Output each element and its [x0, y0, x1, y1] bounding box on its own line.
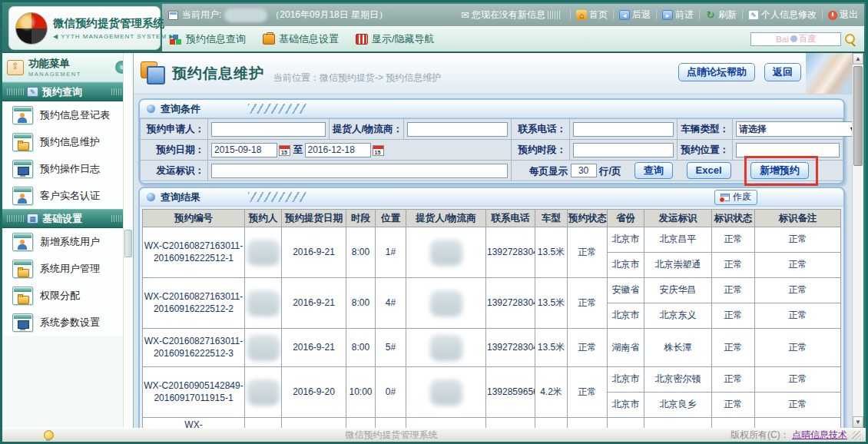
province-cell: 北京市: [608, 393, 644, 418]
nav-item-home[interactable]: ⌂首页: [576, 8, 608, 22]
timeslot-input[interactable]: [573, 143, 674, 157]
province-cell: 北京市: [608, 303, 644, 329]
sidebar-item-label: 客户实名认证: [40, 189, 100, 203]
void-label: 作废: [733, 191, 751, 204]
table-header-row: 预约编号预约人预约提货日期时段位置提货人/物流商联系电话车型预约状态省份发运标识…: [143, 210, 841, 227]
nav-item-edit[interactable]: ✎个人信息修改: [748, 8, 817, 22]
window-person-icon: [12, 233, 33, 251]
scroll-up-arrow[interactable]: ▲: [853, 53, 863, 65]
date-to-input[interactable]: [305, 143, 371, 157]
applicant-cell: [245, 227, 282, 278]
nav-item-refresh[interactable]: ↻刷新: [705, 8, 737, 22]
sidebar-section-0[interactable]: ✎预约查询: [2, 82, 133, 101]
sidebar-item[interactable]: 预约信息维护: [2, 128, 133, 155]
logo-panel: 微信预约提货管理系统 ◀ YYTH MANAGEMENT SYSTEM ▶: [8, 6, 161, 50]
forum-help-button[interactable]: 点睛论坛帮助: [678, 63, 755, 81]
nav-label: 个人信息修改: [761, 8, 817, 22]
header: 当前用户: （2016年09月18日 星期日） ✉ 您现在没有新信息 ⌂首页◂后…: [2, 2, 866, 53]
time-slot-cell: 8:00: [346, 227, 376, 278]
calendar-icon-from[interactable]: [279, 145, 290, 156]
phone-cell: [486, 418, 535, 429]
baidu-search-input[interactable]: Bai 百度: [750, 32, 841, 46]
footer: 微信预约提货管理系统 版权所有(C)： 点晴信息技术: [2, 428, 866, 442]
nav-separator: [570, 10, 571, 20]
search-button[interactable]: 查询: [634, 162, 673, 179]
window-folder-icon: [12, 133, 33, 151]
time-slot-cell: 8:00: [346, 329, 376, 367]
toolbar-item-toolbox[interactable]: 基础信息设置: [263, 32, 339, 46]
mark-note-cell: 正常: [755, 253, 841, 278]
consignee-label: 提货人/物流商：: [330, 119, 404, 140]
column-header: 标识备注: [755, 210, 841, 227]
window-person-icon: [12, 187, 33, 205]
vendor-link[interactable]: 点晴信息技术: [792, 429, 847, 440]
applicant-cell: [245, 367, 282, 418]
void-button[interactable]: 作废: [714, 190, 757, 205]
return-button[interactable]: 返回: [764, 63, 801, 81]
position-input[interactable]: [736, 143, 840, 157]
province-cell: 湖南省: [608, 329, 644, 367]
mark-status-cell: 正常: [712, 227, 755, 253]
top-nav: ⌂首页◂后退▸前进↻刷新✎个人信息修改退出: [565, 8, 858, 22]
search-icon[interactable]: [844, 33, 856, 45]
window-folder-icon: [12, 287, 33, 305]
redacted-blob: [430, 379, 462, 406]
mark-status-cell: 正常: [712, 329, 755, 367]
sidebar-item[interactable]: 权限分配: [2, 282, 133, 309]
date-from-input[interactable]: [211, 143, 277, 157]
time-slot-cell: [346, 418, 376, 429]
scroll-down-arrow[interactable]: ▼: [853, 416, 863, 428]
app-logo: [15, 12, 48, 45]
calendar-icon-to[interactable]: [373, 145, 384, 156]
vehicle-type-cell: 13.5米: [535, 227, 568, 278]
back-icon: ◂: [619, 10, 630, 20]
sidebar-section-1[interactable]: ▦基础设置: [2, 209, 133, 228]
sidebar-item[interactable]: 客户实名认证: [2, 182, 133, 209]
forward-icon: ▸: [662, 10, 673, 20]
nav-item-back[interactable]: ◂后退: [619, 8, 651, 22]
current-date: （2016年09月18日 星期日）: [270, 8, 388, 22]
mark-note-cell: 正常: [755, 329, 841, 367]
column-header: 预约状态: [568, 210, 608, 227]
add-booking-button[interactable]: 新增预约: [750, 162, 809, 179]
nav-item-exit[interactable]: 退出: [828, 8, 858, 22]
main-scrollbar[interactable]: ▲ ▼: [852, 53, 863, 428]
main-scrollbar-thumb[interactable]: [853, 66, 863, 166]
window-folder-icon: [12, 260, 33, 278]
sidebar-scrollbar[interactable]: [123, 53, 133, 428]
home-icon: ⌂: [576, 10, 587, 20]
column-header: 标识状态: [712, 210, 755, 227]
date-separator: 至: [293, 144, 303, 155]
sidebar-items: 新增系统用户系统用户管理权限分配系统参数设置: [2, 228, 133, 336]
toolbar-item-lantern[interactable]: 显示/隐藏导航: [356, 32, 435, 46]
column-header: 预约编号: [143, 210, 245, 227]
mark-note-cell: 正常: [755, 227, 841, 253]
province-cell: 北京市: [608, 367, 644, 393]
status-cell: 正常: [568, 329, 608, 367]
applicant-cell: [245, 418, 282, 429]
vehicle-type-select[interactable]: 请选择▼: [736, 121, 852, 137]
toolbar-item-cubes[interactable]: 预约信息查询: [170, 32, 246, 46]
phone-input[interactable]: [573, 122, 674, 137]
sidebar-item-label: 权限分配: [40, 289, 80, 303]
sidebar-item[interactable]: 系统参数设置: [2, 309, 133, 336]
sidebar-item[interactable]: 预约信息登记表: [2, 101, 133, 128]
shipmark-input[interactable]: [211, 164, 508, 178]
sidebar-item[interactable]: 新增系统用户: [2, 228, 133, 255]
ship-mark-cell: 北京良乡: [644, 393, 712, 418]
hatch-decor: [548, 11, 560, 19]
sidebar-scrollbar-thumb[interactable]: [124, 230, 132, 257]
applicant-input[interactable]: [211, 122, 326, 137]
pagesize-input[interactable]: [571, 164, 597, 177]
sidebar-item-label: 系统用户管理: [40, 262, 100, 276]
status-cell: 正常: [568, 227, 608, 278]
phone-cell: 13927283045: [486, 278, 535, 329]
consignee-input[interactable]: [407, 122, 508, 137]
baidu-watermark-right: 百度: [799, 33, 816, 45]
sidebar-item[interactable]: 系统用户管理: [2, 255, 133, 282]
sidebar-item[interactable]: 预约操作日志: [2, 155, 133, 182]
vehicle-type-cell: 13.5米: [535, 329, 568, 367]
nav-label: 前进: [675, 8, 694, 22]
nav-item-forward[interactable]: ▸前进: [662, 8, 694, 22]
excel-button[interactable]: Excel: [687, 162, 731, 179]
